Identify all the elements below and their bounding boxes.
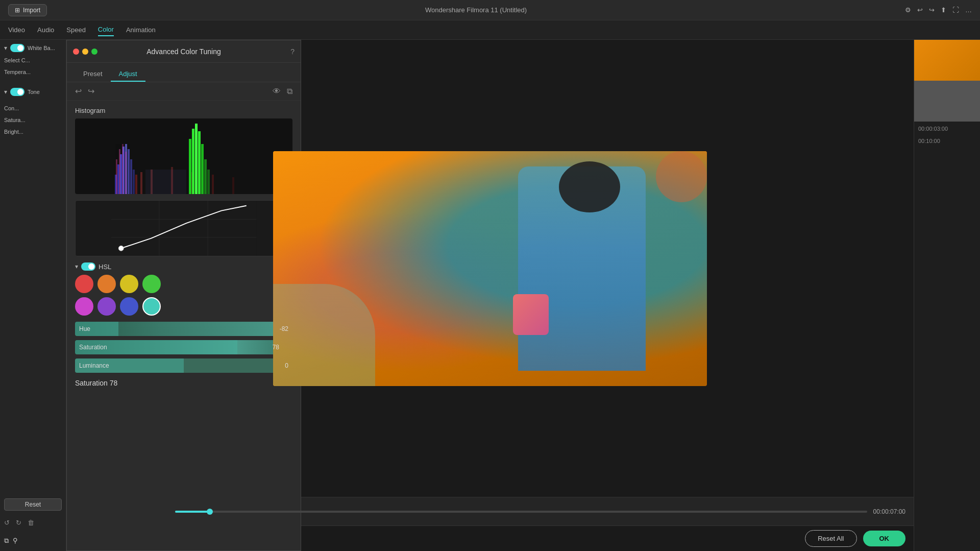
minimize-button[interactable] bbox=[82, 49, 88, 55]
color-orange[interactable] bbox=[97, 275, 116, 293]
color-circles bbox=[75, 275, 292, 316]
redo-left-icon[interactable]: ↻ bbox=[16, 519, 21, 526]
tab-color[interactable]: Color bbox=[98, 23, 114, 36]
tab-speed[interactable]: Speed bbox=[66, 24, 86, 36]
import-label: Import bbox=[23, 7, 40, 14]
color-green[interactable] bbox=[142, 275, 161, 293]
svg-rect-22 bbox=[195, 124, 198, 194]
saturation-row: Satura... bbox=[4, 116, 62, 124]
tab-video[interactable]: Video bbox=[8, 24, 25, 36]
temperature-row: Tempera... bbox=[4, 68, 62, 76]
svg-rect-7 bbox=[130, 159, 132, 194]
white-balance-toggle[interactable] bbox=[10, 44, 24, 52]
fullscreen-icon[interactable]: ⛶ bbox=[952, 6, 959, 14]
top-bar-icons: ⚙ ↩ ↪ ⬆ ⛶ … bbox=[905, 6, 972, 14]
histogram-svg bbox=[75, 118, 292, 194]
svg-rect-24 bbox=[201, 144, 204, 194]
hue-slider-row: Hue -82 bbox=[75, 322, 292, 336]
white-balance-label: White Ba... bbox=[28, 45, 55, 51]
dialog-header: Advanced Color Tuning ? bbox=[67, 40, 301, 63]
svg-rect-20 bbox=[189, 139, 191, 194]
svg-rect-13 bbox=[135, 175, 137, 194]
delete-icon[interactable]: 🗑 bbox=[28, 519, 34, 526]
hue-slider-label: Hue bbox=[79, 325, 273, 332]
tone-chevron[interactable]: ▾ bbox=[4, 88, 7, 95]
svg-rect-27 bbox=[145, 170, 186, 194]
adjust-toolbar: ↩ ↪ 👁 ⧉ bbox=[67, 82, 301, 101]
preset-adjust-tabs: Preset Adjust bbox=[67, 63, 301, 82]
saturation-display-text: Saturation 78 bbox=[75, 379, 292, 387]
main-layout: ▾ White Ba... Select C... Tempera... ▾ T… bbox=[0, 40, 980, 551]
more-icon[interactable]: … bbox=[965, 6, 972, 14]
import-icon: ⊞ bbox=[15, 7, 20, 14]
undo-adjust-icon[interactable]: ↩ bbox=[75, 86, 82, 96]
contrast-label: Con... bbox=[4, 105, 19, 111]
undo-icon[interactable]: ↩ bbox=[917, 6, 923, 14]
color-magenta[interactable] bbox=[75, 297, 93, 316]
dialog-title: Advanced Color Tuning bbox=[146, 47, 221, 56]
settings-icon[interactable]: ⚙ bbox=[905, 6, 911, 14]
tab-preset[interactable]: Preset bbox=[75, 67, 111, 82]
maximize-button[interactable] bbox=[91, 49, 97, 55]
tab-animation[interactable]: Animation bbox=[126, 24, 156, 36]
svg-rect-14 bbox=[140, 172, 142, 194]
help-icon[interactable]: ? bbox=[290, 47, 295, 56]
video-frame bbox=[273, 151, 707, 386]
dialog-content: Histogram bbox=[67, 101, 301, 550]
white-balance-row: ▾ White Ba... bbox=[4, 44, 62, 52]
import-button[interactable]: ⊞ Import bbox=[8, 4, 47, 16]
eye-icon[interactable]: 👁 bbox=[273, 87, 281, 96]
left-panel: ▾ White Ba... Select C... Tempera... ▾ T… bbox=[0, 40, 66, 551]
luminance-slider-value: 0 bbox=[273, 362, 288, 369]
hue-slider[interactable]: Hue -82 bbox=[75, 322, 292, 336]
svg-rect-10 bbox=[119, 149, 120, 194]
redo-adjust-icon[interactable]: ↪ bbox=[88, 86, 94, 96]
svg-rect-19 bbox=[232, 177, 234, 194]
color-cyan[interactable] bbox=[142, 297, 161, 316]
color-purple[interactable] bbox=[97, 297, 116, 316]
export-icon[interactable]: ⬆ bbox=[941, 6, 946, 14]
total-time: 00:00:07:00 bbox=[873, 508, 905, 515]
hue-slider-value: -82 bbox=[273, 325, 288, 332]
white-balance-chevron[interactable]: ▾ bbox=[4, 44, 7, 52]
hsl-label: HSL bbox=[99, 263, 111, 271]
svg-rect-23 bbox=[198, 131, 201, 194]
reset-button[interactable]: Reset bbox=[4, 498, 62, 511]
saturation-slider-value: 78 bbox=[264, 344, 279, 351]
timeline-fill bbox=[175, 511, 210, 513]
link-icon[interactable]: ⚲ bbox=[13, 537, 18, 545]
close-button[interactable] bbox=[73, 49, 79, 55]
tone-toggle[interactable] bbox=[10, 88, 24, 96]
saturation-slider[interactable]: Saturation 78 bbox=[75, 340, 283, 354]
brightness-label: Bright... bbox=[4, 129, 23, 135]
histogram-canvas bbox=[75, 118, 292, 194]
traffic-lights bbox=[73, 49, 97, 55]
app-title: Wondershare Filmora 11 (Untitled) bbox=[47, 6, 905, 14]
tab-adjust[interactable]: Adjust bbox=[111, 67, 145, 82]
copy-icon[interactable]: ⧉ bbox=[4, 537, 9, 545]
right-panel: 00:00:03:00 00:10:00 bbox=[914, 40, 980, 551]
hsl-toggle[interactable] bbox=[81, 262, 95, 271]
compare-icon[interactable]: ⧉ bbox=[287, 87, 292, 96]
color-blue[interactable] bbox=[120, 297, 138, 316]
svg-rect-6 bbox=[128, 149, 130, 194]
timeline-handle[interactable] bbox=[207, 509, 213, 515]
timeline-bar[interactable] bbox=[175, 511, 867, 513]
svg-rect-28 bbox=[111, 201, 257, 256]
tab-audio[interactable]: Audio bbox=[37, 24, 54, 36]
time-indicator: 00:00:03:00 bbox=[914, 122, 980, 136]
luminance-slider[interactable]: Luminance 0 bbox=[75, 358, 292, 373]
right-panel-timeline: 00:00:03:00 00:10:00 bbox=[914, 122, 980, 146]
color-red[interactable] bbox=[75, 275, 93, 293]
bottom-left-icons2: ⧉ ⚲ bbox=[4, 535, 62, 547]
color-yellow[interactable] bbox=[120, 275, 138, 293]
tone-label: Tone bbox=[28, 89, 40, 95]
undo-left-icon[interactable]: ↺ bbox=[4, 519, 10, 526]
svg-rect-11 bbox=[122, 144, 124, 194]
svg-rect-21 bbox=[192, 129, 194, 194]
ok-button[interactable]: OK bbox=[863, 531, 906, 546]
hsl-chevron[interactable]: ▾ bbox=[75, 263, 78, 270]
svg-rect-26 bbox=[207, 170, 210, 194]
redo-icon[interactable]: ↪ bbox=[929, 6, 935, 14]
reset-all-button[interactable]: Reset All bbox=[805, 530, 856, 547]
